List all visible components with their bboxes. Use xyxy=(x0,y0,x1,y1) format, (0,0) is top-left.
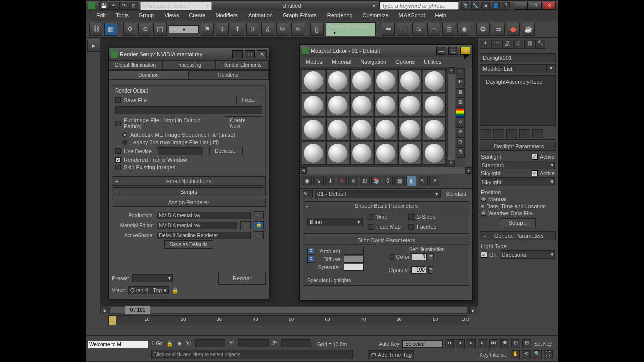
material-slot[interactable] xyxy=(398,94,422,117)
facemap-checkbox[interactable] xyxy=(368,224,373,230)
tool-spinner-snap-icon[interactable]: ⎋ xyxy=(291,23,304,36)
rfw-checkbox[interactable]: ✓ xyxy=(115,157,121,163)
backlight-icon[interactable]: ◐ xyxy=(456,78,465,87)
nav-zoom-icon[interactable]: 🔍 xyxy=(533,350,542,359)
tab-render-elements[interactable]: Render Elements xyxy=(215,60,269,70)
show-in-viewport-icon[interactable]: ▦ xyxy=(394,176,405,186)
as-browse-button[interactable]: ... xyxy=(254,231,264,239)
close-button[interactable]: ✕ xyxy=(543,2,556,10)
menu-views[interactable]: Views xyxy=(159,11,184,21)
tool-snap-3-icon[interactable]: 3 xyxy=(246,23,259,36)
ambient-lock-icon[interactable]: ⊏ xyxy=(307,248,314,255)
position-dtl-radio[interactable] xyxy=(481,205,484,208)
material-slot[interactable] xyxy=(374,142,397,165)
tool-teapot-icon[interactable]: ☕ xyxy=(522,23,535,36)
sample-type-icon[interactable]: ○ xyxy=(456,68,465,77)
material-name-field[interactable]: 01 - Default▾ xyxy=(315,190,441,198)
opacity-spinner[interactable]: ◂▸ xyxy=(428,266,433,274)
me-menu-utilities[interactable]: Utilities xyxy=(420,58,445,66)
tool-material-editor-icon[interactable]: ◉ xyxy=(457,23,470,36)
options-icon[interactable]: ⚙ xyxy=(456,129,465,138)
make-preview-icon[interactable]: ◇ xyxy=(456,119,465,128)
rollout-daylight-header[interactable]: -Daylight Parameters xyxy=(480,142,556,151)
menu-customize[interactable]: Customize xyxy=(358,11,394,21)
setkey-button[interactable]: Set Key xyxy=(533,341,553,347)
material-slot[interactable] xyxy=(350,142,373,165)
use-device-checkbox[interactable] xyxy=(115,148,121,154)
x-field[interactable] xyxy=(195,339,225,347)
keyfilters-button[interactable]: Key Filters... xyxy=(478,352,509,358)
material-slot[interactable] xyxy=(350,118,373,141)
tool-mirror-icon[interactable]: ⇋ xyxy=(382,23,395,36)
render-button[interactable]: Render xyxy=(218,272,266,285)
view-select[interactable]: Quad 4 - Top▾ xyxy=(128,286,169,294)
nav-2-icon[interactable]: ⊡ xyxy=(511,339,520,348)
tool-percent-snap-icon[interactable]: % xyxy=(276,23,289,36)
selection-set-select[interactable]: Create Selection Se▾ xyxy=(326,22,376,36)
material-slot[interactable] xyxy=(423,69,446,93)
selfillum-value[interactable]: 0 xyxy=(412,253,427,260)
left-expand-icon[interactable]: ▸ xyxy=(87,39,100,52)
opacity-value[interactable]: 100 xyxy=(411,266,426,274)
vscroll-track[interactable] xyxy=(448,74,455,160)
reset-map-icon[interactable]: ✕ xyxy=(337,176,347,186)
nav-3-icon[interactable]: ⊞ xyxy=(522,339,531,348)
ambient-swatch[interactable] xyxy=(344,248,364,255)
tab-gi[interactable]: Global Illumination xyxy=(109,60,162,70)
y-field[interactable] xyxy=(238,339,269,347)
stack-show-icon[interactable] xyxy=(493,129,504,138)
device-field[interactable] xyxy=(158,147,203,155)
video-color-icon[interactable] xyxy=(456,109,465,118)
skip-checkbox[interactable] xyxy=(115,165,121,170)
timeline-prev-icon[interactable]: ◂ xyxy=(100,307,108,314)
render-min-button[interactable]: — xyxy=(232,50,243,58)
timeline-next-icon[interactable]: ▸ xyxy=(469,307,477,314)
tab-display-icon[interactable]: ▥ xyxy=(524,40,534,49)
nav-1-icon[interactable]: ✥ xyxy=(500,339,509,348)
render-close-button[interactable]: ✕ xyxy=(257,50,267,58)
stack-pin-icon[interactable] xyxy=(480,129,491,138)
make-unique-icon[interactable]: ⊡ xyxy=(360,176,370,186)
modifier-list-dropdown[interactable]: ▾ xyxy=(547,64,556,73)
put-list-checkbox[interactable] xyxy=(115,121,121,126)
goto-start-icon[interactable]: ⏮ xyxy=(445,339,454,348)
material-type-button[interactable]: Standard xyxy=(443,191,469,197)
specular-swatch[interactable] xyxy=(344,264,364,271)
skylight-type-select[interactable]: Skylight▾ xyxy=(481,177,555,186)
stack-remove-icon[interactable] xyxy=(519,129,530,138)
select-by-mat-icon[interactable]: ⊡ xyxy=(456,139,465,148)
render-setup-titlebar[interactable]: Render Setup: NVIDIA mental ray — □ ✕ xyxy=(109,48,269,60)
menu-group[interactable]: Group xyxy=(134,11,159,21)
material-slot[interactable] xyxy=(326,118,349,141)
qat-link-icon[interactable]: ⎘ xyxy=(129,2,138,10)
maximize-button[interactable]: □ xyxy=(529,2,542,10)
prev-frame-icon[interactable]: ◂ xyxy=(456,339,465,348)
me-min-button[interactable]: — xyxy=(436,47,446,55)
help-star-icon[interactable]: ★ xyxy=(481,2,490,10)
get-material-icon[interactable]: ◉ xyxy=(302,176,312,186)
material-slot[interactable] xyxy=(398,69,422,93)
nav-pan-icon[interactable]: ✋ xyxy=(511,350,520,359)
tab-hierarchy-icon[interactable]: 品 xyxy=(502,40,512,49)
assign-rollout[interactable]: -Assign Renderer xyxy=(112,198,266,207)
save-defaults-button[interactable]: Save as Defaults xyxy=(164,240,213,249)
lighttype-select[interactable]: Directional▾ xyxy=(501,250,555,259)
material-slot[interactable] xyxy=(423,142,446,165)
selfillum-color-checkbox[interactable] xyxy=(389,254,394,260)
material-slot[interactable] xyxy=(302,118,325,141)
make-copy-icon[interactable]: ⎘ xyxy=(348,176,358,186)
tool-select-icon[interactable]: ▦ xyxy=(104,23,117,36)
tool-rfw-icon[interactable]: ▭ xyxy=(492,23,505,36)
nav-max-icon[interactable]: ⛶ xyxy=(544,350,553,359)
output-path-field[interactable] xyxy=(115,106,262,114)
shader-basic-header[interactable]: -Shader Basic Parameters xyxy=(303,202,469,210)
tool-pivot-icon[interactable]: ⚑ xyxy=(201,23,214,36)
object-name-field[interactable]: Daylight001 xyxy=(480,53,556,62)
go-parent-icon[interactable]: ↖ xyxy=(418,176,428,186)
hscroll-track[interactable] xyxy=(307,167,465,174)
material-slot[interactable] xyxy=(326,69,349,93)
search-input[interactable] xyxy=(379,1,459,10)
matlib-icon[interactable]: ⊞ xyxy=(456,149,465,158)
rollout-general-header[interactable]: -General Parameters xyxy=(480,231,556,240)
tool-move-icon[interactable]: ✥ xyxy=(123,23,136,36)
